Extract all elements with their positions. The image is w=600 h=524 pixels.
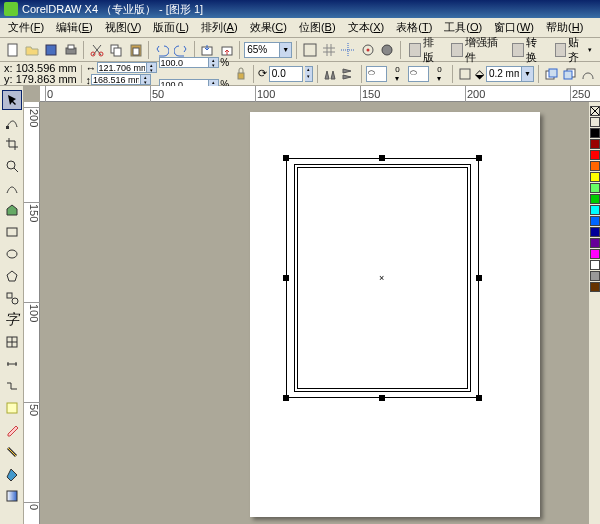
swatch[interactable] (590, 282, 600, 292)
size-fields[interactable]: ↔▴▾ ↕▴▾ (86, 62, 157, 86)
swatch[interactable] (590, 194, 600, 204)
convert-curves-icon[interactable] (580, 64, 596, 84)
crop-tool[interactable] (2, 134, 22, 154)
print-icon[interactable] (62, 40, 79, 60)
copy-icon[interactable] (108, 40, 125, 60)
zoom-input[interactable] (244, 42, 280, 58)
corner-style-2[interactable]: ⬭ (408, 66, 430, 82)
options-icon[interactable] (378, 40, 395, 60)
outline-tool[interactable] (2, 442, 22, 462)
menu-file[interactable]: 文件(F) (2, 18, 50, 37)
corner-style-1[interactable]: ⬭ (366, 66, 388, 82)
swatch[interactable] (590, 139, 600, 149)
rectangle-tool[interactable] (2, 222, 22, 242)
cut-icon[interactable] (88, 40, 105, 60)
dimension-tool[interactable] (2, 354, 22, 374)
connector-tool[interactable] (2, 376, 22, 396)
swatch[interactable] (590, 249, 600, 259)
swatch[interactable] (590, 106, 600, 116)
mirror-v-icon[interactable] (340, 64, 356, 84)
handle-n[interactable] (379, 155, 385, 161)
title-text: CorelDRAW X4 （专业版） - [图形 1] (22, 2, 203, 17)
smart-fill-tool[interactable] (2, 200, 22, 220)
handle-e[interactable] (476, 275, 482, 281)
swatch[interactable] (590, 161, 600, 171)
menu-effects[interactable]: 效果(C) (244, 18, 293, 37)
open-icon[interactable] (23, 40, 40, 60)
to-back-icon[interactable] (561, 64, 577, 84)
center-marker[interactable]: × (379, 273, 384, 283)
menu-view[interactable]: 视图(V) (99, 18, 148, 37)
eyedropper-tool[interactable] (2, 420, 22, 440)
scalex-input[interactable] (159, 57, 209, 68)
snapto-button[interactable]: 贴齐▾ (551, 41, 597, 59)
swatch[interactable] (590, 117, 600, 127)
enhance-button[interactable]: 增强插件 (447, 41, 506, 59)
handle-nw[interactable] (283, 155, 289, 161)
polygon-tool[interactable] (2, 266, 22, 286)
interactive-fill-tool[interactable] (2, 486, 22, 506)
handle-w[interactable] (283, 275, 289, 281)
width-input[interactable] (97, 62, 147, 73)
outline-input[interactable] (486, 66, 522, 82)
swatch[interactable] (590, 183, 600, 193)
handle-se[interactable] (476, 395, 482, 401)
basic-shapes-tool[interactable] (2, 288, 22, 308)
pick-tool[interactable] (2, 90, 22, 110)
text-tool[interactable]: 字 (2, 310, 22, 330)
outline-width[interactable]: ⬙ ▼ (475, 66, 534, 82)
fullscreen-icon[interactable] (301, 40, 318, 60)
swatch[interactable] (590, 172, 600, 182)
table-tool[interactable] (2, 332, 22, 352)
guides-icon[interactable] (340, 40, 357, 60)
snap-icon[interactable] (359, 40, 376, 60)
swatch[interactable] (590, 150, 600, 160)
convert-button[interactable]: 转换 (508, 41, 548, 59)
to-front-icon[interactable] (543, 64, 559, 84)
chevron-down-icon[interactable]: ▼ (280, 42, 292, 58)
menu-arrange[interactable]: 排列(A) (195, 18, 244, 37)
menu-bar: 文件(F) 编辑(E) 视图(V) 版面(L) 排列(A) 效果(C) 位图(B… (0, 18, 600, 38)
menu-layout[interactable]: 版面(L) (147, 18, 194, 37)
freehand-tool[interactable] (2, 178, 22, 198)
menu-edit[interactable]: 编辑(E) (50, 18, 99, 37)
vertical-ruler[interactable]: 0 50 100 150 200 (24, 102, 40, 524)
typeset-button[interactable]: 排版 (405, 41, 445, 59)
handle-ne[interactable] (476, 155, 482, 161)
swatch[interactable] (590, 216, 600, 226)
swatch[interactable] (590, 128, 600, 138)
svg-rect-26 (7, 293, 12, 298)
new-icon[interactable] (4, 40, 21, 60)
interactive-tool[interactable] (2, 398, 22, 418)
height-input[interactable] (91, 74, 141, 85)
horizontal-ruler[interactable]: 0 50 100 150 200 250 (40, 86, 600, 102)
corner-1-spin[interactable]: 0▾ (389, 64, 405, 84)
wrap-text-icon[interactable] (456, 64, 472, 84)
svg-point-14 (366, 48, 369, 51)
chevron-down-icon[interactable]: ▼ (522, 66, 534, 82)
shape-tool[interactable] (2, 112, 22, 132)
selected-object[interactable]: × (286, 158, 479, 398)
menu-text[interactable]: 文本(X) (342, 18, 391, 37)
save-icon[interactable] (43, 40, 60, 60)
rotation-input[interactable] (269, 66, 303, 82)
swatch[interactable] (590, 205, 600, 215)
handle-s[interactable] (379, 395, 385, 401)
zoom-combo[interactable]: ▼ (244, 42, 292, 58)
grid-icon[interactable] (320, 40, 337, 60)
swatch[interactable] (590, 227, 600, 237)
swatch[interactable] (590, 271, 600, 281)
paste-icon[interactable] (127, 40, 144, 60)
swatch[interactable] (590, 238, 600, 248)
fill-tool[interactable] (2, 464, 22, 484)
menu-bitmap[interactable]: 位图(B) (293, 18, 342, 37)
separator (253, 65, 254, 83)
ellipse-tool[interactable] (2, 244, 22, 264)
zoom-tool[interactable] (2, 156, 22, 176)
handle-sw[interactable] (283, 395, 289, 401)
lock-ratio-icon[interactable] (233, 64, 249, 84)
corner-2-spin[interactable]: 0▾ (431, 64, 447, 84)
drawing-canvas[interactable]: × (40, 102, 588, 524)
mirror-h-icon[interactable] (322, 64, 338, 84)
swatch[interactable] (590, 260, 600, 270)
